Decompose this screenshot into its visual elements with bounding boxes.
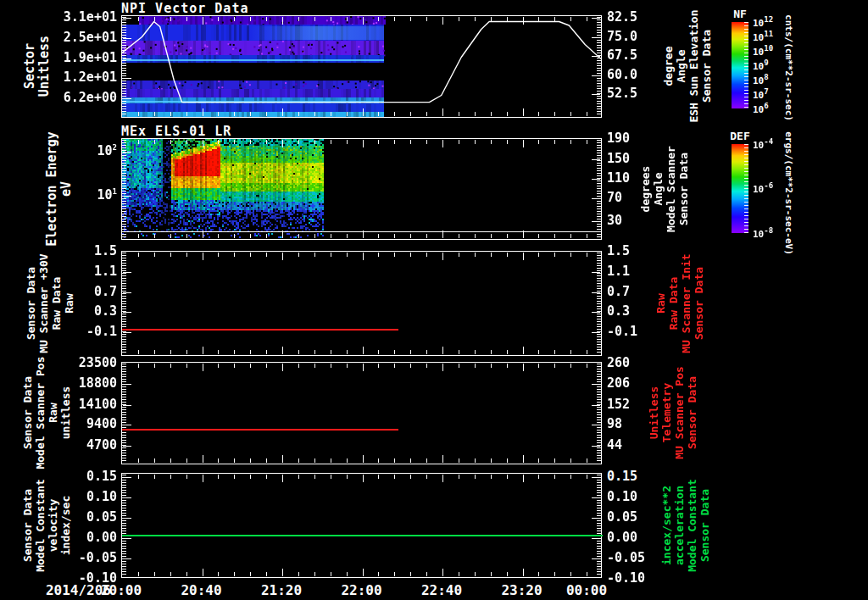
y-tick-label-right: 44 [607,437,622,453]
x-tick [507,234,508,238]
x-tick [378,253,379,257]
x-tick [475,350,476,354]
y-tick-label-right: 206 [607,375,630,391]
x-tick [186,364,187,368]
x-tick [363,455,364,463]
x-tick [426,17,427,21]
x-tick [138,112,139,116]
x-tick [154,112,155,116]
y-tick-label-right: 0.15 [607,469,637,484]
x-tick [554,17,555,21]
x-tick [234,364,235,368]
x-tick [234,572,235,576]
x-tick [410,572,411,576]
x-tick [298,140,299,144]
x-tick [363,108,364,116]
x-tick [331,350,331,354]
x-tick [154,17,155,21]
x-tick [250,140,251,144]
x-tick [442,108,443,116]
x-tick [347,234,348,238]
y-minor-ticks-right [597,253,601,354]
x-tick [170,140,171,144]
x-tick [218,350,219,354]
y-tick-label-right: 150 [607,151,630,166]
x-tick [298,234,299,238]
x-tick [491,364,492,368]
x-tick [298,253,299,257]
y-tick-label-left: -0.05 [51,550,117,565]
x-tick [186,234,187,238]
x-tick [314,350,315,354]
y-major-tick [592,198,600,199]
x-tick [218,475,219,479]
x-tick [491,17,492,21]
x-tick [410,234,411,238]
x-axis-tick-label: 23:20 [501,582,542,598]
x-tick [331,572,331,576]
x-tick [250,253,251,257]
x-tick [570,572,571,576]
x-tick [170,350,171,354]
y-major-tick [123,405,131,406]
x-tick [282,364,283,371]
x-tick [507,140,508,144]
x-tick [523,364,524,371]
x-tick [426,350,427,354]
y-major-tick [123,518,131,519]
x-tick [538,350,539,354]
panel-velocity-right-axis-label: incex/sec**2 acceleration Model Constant… [661,479,712,572]
x-tick [442,455,443,463]
y-major-tick [592,518,600,519]
x-tick [250,364,251,368]
x-tick [538,253,539,257]
x-tick [347,253,348,257]
x-tick [234,112,235,116]
y-tick-label-left: 9400 [51,416,117,431]
colorbar-def-units: ergs/(cm**2-sr-sec-eV) [783,131,794,255]
colorbar-nf-ticks [744,22,748,108]
x-tick [426,112,427,116]
x-tick [459,112,459,116]
x-tick [459,17,459,21]
x-tick [203,253,203,260]
y-tick-label-left: 4700 [51,437,117,453]
y-major-tick [592,179,600,180]
y-minor-ticks-right [597,475,601,576]
x-tick [298,458,299,463]
x-tick [475,364,476,368]
y-major-tick [592,94,600,95]
x-tick [186,475,187,479]
x-tick [491,475,492,479]
panel-scannerpos-plot-frame [121,362,602,464]
x-tick [394,112,395,116]
x-tick [186,140,187,144]
colorbar-tick-label: 10-6 [753,181,773,195]
y-tick-label-left: 0.10 [51,489,117,504]
y-tick-label-right: 110 [607,170,630,186]
y-tick-label-right: -0.05 [607,550,645,565]
x-tick [314,364,315,368]
x-tick [331,234,331,238]
x-tick [154,234,155,238]
y-tick-label-right: 190 [607,131,630,146]
x-tick [442,475,443,482]
x-tick [347,140,348,144]
y-tick-label-left: 3.1e+01 [51,9,117,25]
panel-npi-left-axis-label: Sector Unitless [23,36,53,97]
x-tick [554,234,555,238]
y-tick-label-left: -0.1 [51,324,117,339]
panel-velocity-plot-frame [121,473,602,578]
y-tick-label-right: 0.05 [607,509,637,525]
plot-window: { "figure": { "x_axis": { "date_label": … [0,0,868,600]
x-tick [570,112,571,116]
x-tick [554,140,555,144]
x-tick [203,475,203,482]
x-tick [314,140,315,144]
x-tick [234,350,235,354]
y-major-tick [592,292,600,293]
x-tick [203,347,203,354]
y-major-tick [592,405,600,406]
y-major-tick [592,332,600,333]
x-tick [266,140,267,144]
